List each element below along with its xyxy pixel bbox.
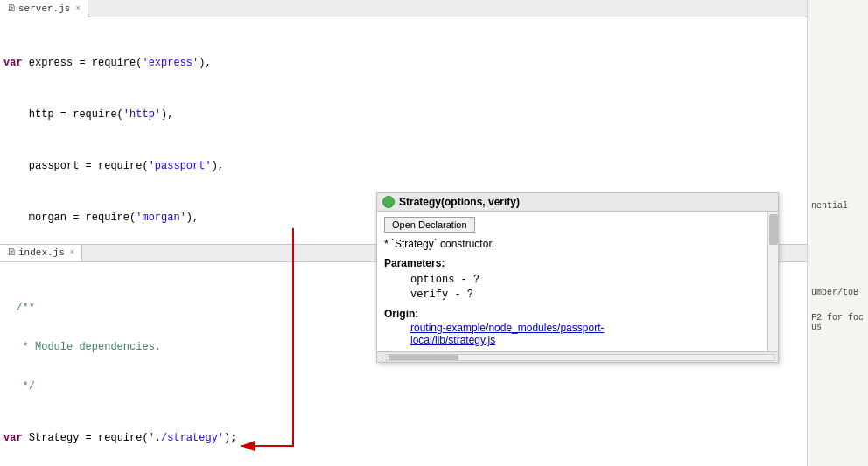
- tooltip-scroll-thumb: [769, 214, 778, 245]
- code-line: http = require('http'),: [0, 108, 868, 122]
- tooltip-bottom-thumb: [388, 355, 458, 360]
- code-line-var-strategy: var Strategy = require('./strategy');: [0, 431, 868, 446]
- index-tab-label: index.js: [18, 247, 65, 258]
- code-line: passport = require('passport'),: [0, 159, 868, 174]
- file-icon-index: 🖹: [7, 247, 16, 258]
- index-tab-close[interactable]: ×: [70, 248, 74, 257]
- code-line: */: [0, 379, 868, 394]
- tooltip-bottom-bar: -: [377, 351, 778, 362]
- file-icon: 🖹: [7, 3, 16, 14]
- tooltip-param-verify: verify - ?: [410, 288, 750, 303]
- tooltip-param-options: options - ?: [410, 273, 750, 288]
- editor-container: 🖹 server.js × var express = require('exp…: [0, 0, 868, 466]
- sidebar-hint-2: umber/toB: [811, 288, 858, 297]
- sidebar-hint-3: F2 for focus: [811, 313, 864, 332]
- tooltip-popup: Strategy(options, verify) Open Declarati…: [376, 192, 779, 363]
- tooltip-params-title: Parameters:: [384, 257, 750, 269]
- code-line: var express = require('express'),: [0, 56, 868, 71]
- index-js-tab[interactable]: 🖹 index.js ×: [0, 245, 82, 262]
- tooltip-header: Strategy(options, verify): [377, 193, 778, 212]
- tooltip-bottom-scrollbar[interactable]: [386, 354, 774, 361]
- top-tab-bar: 🖹 server.js ×: [0, 0, 868, 17]
- tooltip-description: * `Strategy` constructor.: [384, 238, 750, 250]
- tooltip-scrollbar[interactable]: [767, 212, 778, 351]
- tooltip-title: Strategy(options, verify): [399, 196, 520, 208]
- server-tab-close[interactable]: ×: [75, 4, 80, 13]
- dash-icon: -: [381, 353, 383, 362]
- server-js-tab[interactable]: 🖹 server.js ×: [0, 0, 88, 17]
- tooltip-origin-link[interactable]: routing-example/node_modules/passport-lo…: [410, 322, 750, 346]
- tooltip-origin-title: Origin:: [384, 308, 750, 320]
- server-tab-label: server.js: [18, 3, 70, 14]
- sidebar-hint-1: nential: [811, 201, 848, 211]
- tooltip-body: Open Declaration * `Strategy` constructo…: [377, 212, 767, 351]
- open-declaration-button[interactable]: Open Declaration: [384, 217, 475, 233]
- tooltip-status-icon: [382, 196, 395, 208]
- right-sidebar: nential umber/toB F2 for focus: [807, 0, 868, 466]
